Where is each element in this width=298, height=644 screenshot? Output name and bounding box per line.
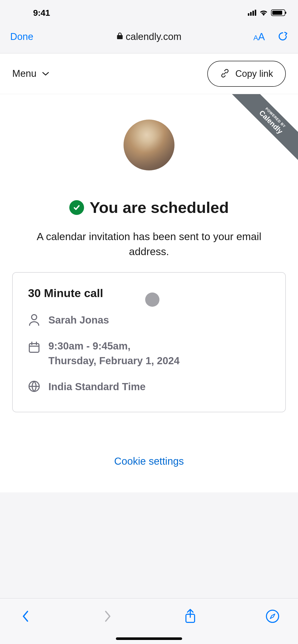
back-button[interactable] <box>18 609 33 624</box>
link-icon <box>220 68 230 79</box>
person-icon <box>28 314 40 326</box>
datetime-text: 9:30am - 9:45am, Thursday, February 1, 2… <box>48 339 180 368</box>
home-indicator[interactable] <box>116 637 182 640</box>
svg-point-7 <box>266 610 279 622</box>
done-button[interactable]: Done <box>10 31 33 42</box>
event-details-card: 30 Minute call Sarah Jonas 9:30a <box>12 272 286 412</box>
confirmation-heading: You are scheduled <box>0 198 298 216</box>
url-text: calendly.com <box>126 31 182 42</box>
share-button[interactable] <box>183 609 198 624</box>
menu-button[interactable]: Menu <box>12 68 49 79</box>
globe-icon <box>28 380 40 392</box>
copy-link-button[interactable]: Copy link <box>207 61 286 87</box>
heading-text: You are scheduled <box>90 198 229 216</box>
wifi-icon <box>259 9 268 16</box>
confirmation-subhead: A calendar invitation has been sent to y… <box>0 229 298 259</box>
cellular-signal-icon <box>248 10 256 16</box>
svg-rect-1 <box>29 344 39 352</box>
check-circle-icon <box>69 200 84 215</box>
text-size-button[interactable]: AA <box>253 31 265 42</box>
safari-button[interactable] <box>265 609 280 624</box>
content: POWERED BY Calendly You are scheduled A … <box>0 94 298 492</box>
battery-icon <box>271 9 285 16</box>
copy-link-label: Copy link <box>235 68 273 79</box>
host-name: Sarah Jonas <box>48 313 109 327</box>
refresh-button[interactable] <box>278 31 288 42</box>
host-row: Sarah Jonas <box>28 313 270 327</box>
browser-toolbar <box>0 598 298 644</box>
datetime-row: 9:30am - 9:45am, Thursday, February 1, 2… <box>28 339 270 368</box>
status-bar: 9:41 <box>0 0 298 25</box>
calendar-icon <box>28 341 40 353</box>
host-avatar <box>124 120 174 170</box>
page-header: Menu Copy link <box>0 53 298 94</box>
menu-label: Menu <box>12 68 36 79</box>
powered-by-ribbon[interactable]: POWERED BY Calendly <box>227 94 298 165</box>
svg-point-0 <box>32 315 37 320</box>
chevron-down-icon <box>42 71 49 76</box>
forward-button[interactable] <box>100 609 115 624</box>
status-time: 9:41 <box>33 8 50 18</box>
cursor-dot-icon <box>145 292 159 307</box>
lock-icon <box>117 32 123 41</box>
timezone-row: India Standard Time <box>28 379 270 394</box>
url-display[interactable]: calendly.com <box>117 31 182 42</box>
cookie-settings-link[interactable]: Cookie settings <box>0 456 298 467</box>
timezone-text: India Standard Time <box>48 379 146 394</box>
status-icons <box>248 9 285 16</box>
browser-chrome: Done calendly.com AA <box>0 25 298 53</box>
